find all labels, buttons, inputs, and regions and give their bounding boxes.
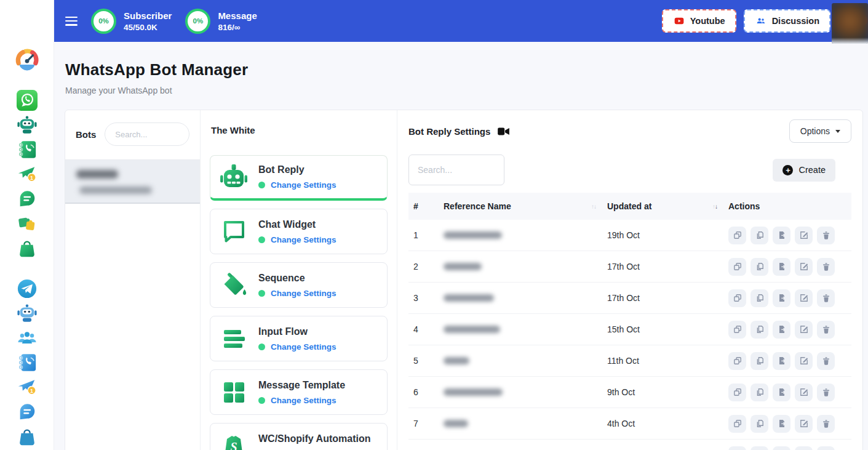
create-button[interactable]: + Create xyxy=(773,159,835,182)
delete-button[interactable] xyxy=(817,384,835,401)
clone-button[interactable] xyxy=(728,321,746,339)
whatsapp-live-chat-icon[interactable] xyxy=(17,188,38,209)
change-settings-link[interactable]: Change Settings xyxy=(271,180,336,190)
discussion-button[interactable]: Discussion xyxy=(744,9,830,33)
user-avatar[interactable] xyxy=(832,3,868,44)
bots-search-input[interactable] xyxy=(105,123,189,146)
copy-button[interactable] xyxy=(751,384,768,401)
change-settings-link[interactable]: Change Settings xyxy=(271,289,336,298)
edit-button[interactable] xyxy=(795,446,813,450)
change-settings-link[interactable]: Change Settings xyxy=(271,396,336,405)
export-button[interactable] xyxy=(773,384,790,401)
delete-button[interactable] xyxy=(817,289,835,307)
change-settings-link[interactable]: Change Settings xyxy=(271,342,336,352)
table-row: 1 19th Oct xyxy=(408,220,851,251)
bot-manager-card: Bots The White xyxy=(65,110,863,450)
clone-button[interactable] xyxy=(728,384,746,401)
youtube-button[interactable]: Youtube xyxy=(662,9,736,33)
clone-button[interactable] xyxy=(728,258,746,276)
delete-button[interactable] xyxy=(817,227,835,244)
edit-button[interactable] xyxy=(795,289,813,307)
dashboard-logo-icon[interactable] xyxy=(15,47,39,71)
telegram-contacts-icon[interactable] xyxy=(17,352,38,373)
copy-button[interactable] xyxy=(751,258,768,276)
export-button[interactable] xyxy=(773,258,790,276)
menu-item-chat-widget[interactable]: Chat Widget Change Settings xyxy=(210,209,388,254)
copy-button[interactable] xyxy=(751,321,768,339)
export-button[interactable] xyxy=(773,446,790,450)
menu-item-wc-shopify[interactable]: S WC/Shopify Automation Change Settings xyxy=(210,423,388,450)
export-button[interactable] xyxy=(773,227,790,244)
whatsapp-broadcast-icon[interactable]: 1 xyxy=(17,164,38,185)
clone-button[interactable] xyxy=(728,227,746,244)
top-bar: 0% Subscriber 45/50.0K 0% Message 816/∞ … xyxy=(54,0,868,42)
menu-item-message-template[interactable]: Message Template Change Settings xyxy=(210,369,388,415)
row-updated-at: 11th Oct xyxy=(602,356,723,366)
clone-button[interactable] xyxy=(728,289,746,307)
redacted-reference-name xyxy=(444,388,503,396)
telegram-shop-icon[interactable] xyxy=(17,426,38,447)
table-search-input[interactable] xyxy=(408,155,504,185)
menu-item-sequence[interactable]: Sequence Change Settings xyxy=(210,262,388,308)
delete-button[interactable] xyxy=(817,446,835,450)
clone-button[interactable] xyxy=(728,352,746,370)
col-header-reference-name[interactable]: Reference Name ↑↓ xyxy=(439,201,602,211)
menu-item-input-flow[interactable]: Input Flow Change Settings xyxy=(210,316,388,361)
export-button[interactable] xyxy=(773,321,790,339)
telegram-groups-icon[interactable] xyxy=(17,327,38,348)
telegram-live-chat-icon[interactable] xyxy=(17,401,38,422)
redacted-reference-name xyxy=(444,420,468,427)
row-index: 7 xyxy=(408,419,439,428)
delete-button[interactable] xyxy=(817,321,835,339)
edit-button[interactable] xyxy=(795,321,813,339)
clone-button[interactable] xyxy=(728,415,746,433)
table-body: 1 19th Oct xyxy=(408,220,851,450)
copy-button[interactable] xyxy=(751,415,768,433)
edit-button[interactable] xyxy=(795,258,813,276)
panel-title: Bot Reply Settings xyxy=(408,126,490,137)
export-button[interactable] xyxy=(773,415,790,433)
chevron-down-icon xyxy=(835,130,840,133)
row-updated-at: 19th Oct xyxy=(602,230,723,240)
bot-reply-table: # Reference Name ↑↓ Updated at ↑↓ Action… xyxy=(408,193,851,450)
edit-button[interactable] xyxy=(795,415,813,433)
whatsapp-icon[interactable] xyxy=(17,90,38,111)
bot-list-item-selected[interactable] xyxy=(65,159,200,204)
edit-button[interactable] xyxy=(795,227,813,244)
delete-button[interactable] xyxy=(817,352,835,370)
whatsapp-shop-icon[interactable] xyxy=(17,238,38,259)
export-button[interactable] xyxy=(773,289,790,307)
delete-button[interactable] xyxy=(817,415,835,433)
redacted-bot-name xyxy=(76,170,118,179)
menu-toggle-icon[interactable] xyxy=(65,17,78,26)
table-row: 3 17th Oct xyxy=(408,283,851,314)
message-stat: 0% Message 816/∞ xyxy=(185,9,257,34)
options-button[interactable]: Options xyxy=(789,119,851,143)
telegram-broadcast-icon[interactable]: 1 xyxy=(17,377,38,398)
chat-widget-icon xyxy=(219,217,249,246)
delete-button[interactable] xyxy=(817,258,835,276)
change-settings-link[interactable]: Change Settings xyxy=(271,235,336,244)
sort-icon[interactable]: ↑↓ xyxy=(712,203,717,210)
telegram-bot-icon[interactable] xyxy=(17,303,38,324)
copy-button[interactable] xyxy=(751,352,768,370)
video-tutorial-icon[interactable] xyxy=(497,126,510,137)
whatsapp-contacts-icon[interactable] xyxy=(17,139,38,160)
row-index: 4 xyxy=(408,324,439,334)
col-header-updated-at[interactable]: Updated at ↑↓ xyxy=(602,201,723,211)
edit-button[interactable] xyxy=(795,384,813,401)
clone-button[interactable] xyxy=(728,446,746,450)
menu-item-title: Sequence xyxy=(258,273,336,284)
export-button[interactable] xyxy=(773,352,790,370)
copy-button[interactable] xyxy=(751,227,768,244)
row-updated-at: 4th Oct xyxy=(602,419,723,428)
edit-button[interactable] xyxy=(795,352,813,370)
integrations-icon[interactable] xyxy=(17,213,38,234)
copy-button[interactable] xyxy=(751,446,768,450)
copy-button[interactable] xyxy=(751,289,768,307)
whatsapp-bot-icon[interactable] xyxy=(17,115,38,135)
telegram-icon[interactable] xyxy=(17,278,38,299)
menu-item-bot-reply[interactable]: Bot Reply Change Settings xyxy=(210,155,388,201)
table-header-row: # Reference Name ↑↓ Updated at ↑↓ Action… xyxy=(408,193,851,220)
sort-icon[interactable]: ↑↓ xyxy=(591,203,596,210)
